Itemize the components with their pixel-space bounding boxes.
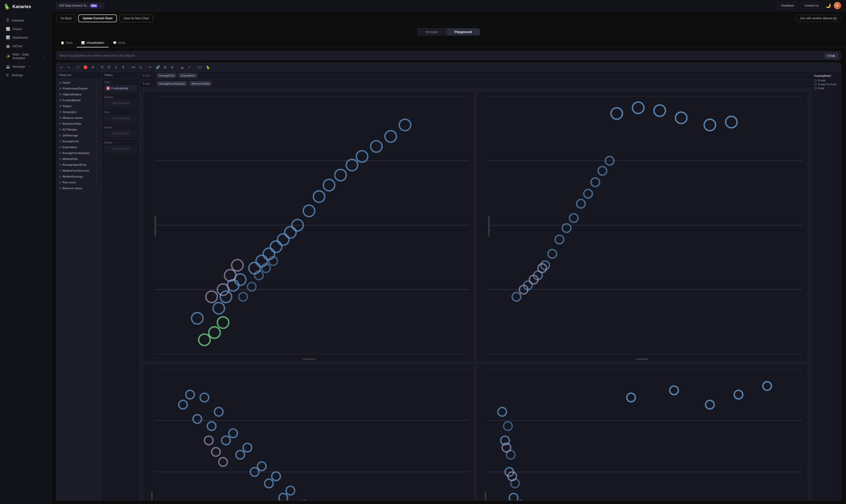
zoom-out-button[interactable]: ➖: [130, 65, 137, 70]
field-name-label: Name: [63, 81, 70, 84]
ask-input[interactable]: [59, 51, 824, 60]
svg-point-48: [232, 259, 243, 271]
svg-point-68: [675, 112, 687, 123]
x-axis-config: X-Axis AverageCost Expenditure: [140, 72, 812, 80]
sidebar-item-dashboard[interactable]: 📊 Dashboard: [1, 33, 50, 41]
svg-point-37: [239, 292, 247, 301]
undo-button[interactable]: ↩: [59, 65, 64, 70]
legend-item-public: Public: [814, 87, 839, 90]
toolbar-sep-1: [73, 65, 73, 69]
copy-button[interactable]: ⧉: [100, 64, 105, 70]
field-item-admission[interactable]: # AdmissionRate ⋮: [56, 121, 102, 127]
code-button[interactable]: </>: [196, 65, 204, 70]
ai-button[interactable]: 🦜: [205, 65, 211, 70]
ask-button[interactable]: Ask ▶: [824, 53, 838, 59]
sidebar-item-charts[interactable]: 📈 Charts: [1, 25, 50, 33]
tab-data[interactable]: 📋 Data: [56, 38, 77, 48]
x-field-avgcost[interactable]: AverageCost: [157, 73, 177, 78]
sidebar-item-rath[interactable]: ✨ Rath - Data Autopilot ↗: [1, 50, 50, 62]
save-new-chart-button[interactable]: Save As New Chart: [119, 14, 153, 22]
scatter-chart-3: AdmissionRate AverageCost 1.0 0.8 0.6: [143, 364, 475, 500]
field-item-family-income[interactable]: # MedianFamilyIncome ⋮: [56, 168, 102, 174]
link-button[interactable]: 🔗: [155, 65, 161, 70]
field-highest-label: HighestDegree: [63, 93, 82, 96]
field-item-measure-values[interactable]: # Measure values ⋮: [56, 185, 102, 191]
gear-button[interactable]: ⚙: [170, 65, 175, 70]
field-item-predominant[interactable]: A PredominantDegree ⋮: [56, 86, 102, 91]
field-item-funding[interactable]: A FundingModel ⋮: [56, 97, 102, 103]
row-settings-button[interactable]: ☰: [106, 65, 112, 70]
field-item-avgcost[interactable]: # AverageCost ⋮: [56, 138, 102, 144]
field-item-act[interactable]: # ACTMedian ⋮: [56, 127, 102, 132]
sidebar-item-datasets[interactable]: 🗄 Datasets: [1, 16, 50, 24]
field-item-faculty-salary[interactable]: # AverageFacultySalary ⋮: [56, 150, 102, 156]
meas-icon: #: [59, 163, 61, 166]
field-item-row-count[interactable]: # Row count ⋮: [56, 179, 102, 185]
table-button[interactable]: ⊞: [163, 65, 168, 70]
details-drop-zone[interactable]: Drop Field Here: [104, 145, 137, 152]
y-field-admission[interactable]: AdmissionRate: [189, 81, 212, 86]
svg-point-117: [265, 479, 273, 488]
tab-chat[interactable]: 💬 Chat: [109, 38, 129, 48]
field-item-region[interactable]: A Region ⋮: [56, 103, 102, 109]
field-item-age-entry[interactable]: # AverageAgeofEntry ⋮: [56, 162, 102, 168]
y-field-salary[interactable]: AverageFacultySalary: [157, 81, 187, 86]
x-field-expenditure[interactable]: Expenditure: [178, 73, 197, 78]
contact-button[interactable]: Contact Us: [801, 2, 823, 9]
update-chart-button[interactable]: Update Current Chart: [78, 14, 117, 22]
color-chip[interactable]: 🗑 FundingModel: [104, 85, 137, 91]
field-item-name[interactable]: A Name ⋮: [56, 80, 102, 86]
svg-point-66: [633, 102, 644, 113]
theme-toggle-icon[interactable]: 🌙: [826, 3, 831, 8]
field-list-header: Field List: [56, 72, 102, 79]
draw-button[interactable]: ✏: [148, 65, 153, 70]
legend-item-forprofit: Private For-Profit: [814, 83, 839, 86]
join-dataset-button[interactable]: Join with another dataset (β): [796, 15, 841, 22]
wrangler-toggle[interactable]: Wrangler: [418, 29, 446, 35]
sidebar-item-settings[interactable]: ⚙ Settings: [1, 71, 50, 79]
export-button[interactable]: ⬇: [121, 65, 126, 70]
field-list-panel: Field List A Name ⋮ A PredominantDegree: [56, 72, 102, 500]
toolbar-sep-3: [128, 65, 128, 69]
mark-button[interactable]: 🔴: [82, 65, 89, 70]
shape-drop-zone[interactable]: Drop Field Here: [104, 130, 137, 137]
opacity-drop-zone[interactable]: Drop Field Here: [104, 100, 137, 107]
fit-button[interactable]: ⊡: [138, 65, 143, 70]
avatar[interactable]: K: [834, 2, 841, 9]
field-item-expenditure[interactable]: # Expenditure ⋮: [56, 144, 102, 150]
sidebar-item-datasets-label: Datasets: [12, 19, 24, 22]
field-item-sat[interactable]: # SATAverage ⋮: [56, 132, 102, 138]
sidebar-item-aichat[interactable]: 🤖 AIChat: [1, 42, 50, 50]
scatter1-x-title: AverageCost: [302, 358, 315, 360]
cloud-button[interactable]: ☁: [179, 65, 185, 70]
field-item-highest[interactable]: A HighestDegree ⋮: [56, 91, 102, 97]
field-item-geography[interactable]: A Geography ⋮: [56, 109, 102, 115]
field-admission-label: AdmissionRate: [63, 122, 81, 125]
sidebar-item-developer[interactable]: 💻 Devloper ↗: [1, 62, 50, 71]
col-settings-button[interactable]: ⫼: [113, 65, 119, 70]
svg-point-35: [385, 131, 396, 142]
settings-icon: ⚙: [6, 73, 9, 77]
topbar-left: KDI Data Science Te... Pro ⌄: [56, 2, 104, 9]
field-item-debt[interactable]: # MedianDebt ⋮: [56, 156, 102, 162]
svg-point-45: [206, 291, 217, 303]
go-back-button[interactable]: Go Back: [56, 14, 76, 22]
tab-visualization[interactable]: 📊 Visualization: [77, 38, 109, 48]
chart-type-button[interactable]: ⬡: [75, 65, 81, 70]
svg-point-76: [555, 235, 564, 244]
size-drop-zone[interactable]: Drop Field Here: [104, 115, 137, 122]
main-content: KDI Data Science Te... Pro ⌄ Feedback Co…: [51, 0, 846, 504]
field-dots: ⋮: [95, 140, 99, 143]
sidebar-nav: 🗄 Datasets 📈 Charts 📊 Dashboard 🤖 AIChat…: [0, 14, 51, 504]
svg-point-75: [548, 250, 557, 258]
field-dots: ⋮: [95, 110, 99, 114]
playground-toggle[interactable]: Playground: [447, 29, 480, 35]
redo-button[interactable]: ↪: [66, 65, 71, 70]
share-button[interactable]: ↗: [187, 65, 192, 70]
field-item-measure-names[interactable]: A Measure names ⋮: [56, 115, 102, 121]
field-item-earnings[interactable]: # MedianEarnings ⋮: [56, 174, 102, 179]
stack-button[interactable]: ⊕: [90, 65, 95, 70]
feedback-button[interactable]: Feedback: [777, 2, 798, 9]
workspace-selector[interactable]: KDI Data Science Te... Pro ⌄: [56, 2, 104, 9]
toolbar-sep-2: [98, 65, 98, 69]
